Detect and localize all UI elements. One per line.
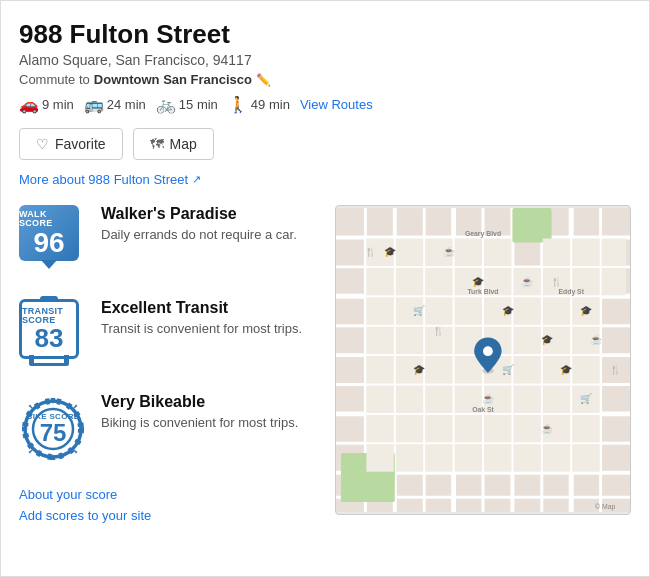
svg-text:🛒: 🛒 xyxy=(580,392,593,405)
favorite-label: Favorite xyxy=(55,136,106,152)
svg-rect-81 xyxy=(572,415,599,442)
transit-score-number: 83 xyxy=(35,325,64,351)
svg-rect-47 xyxy=(513,297,540,324)
svg-rect-72 xyxy=(543,385,570,412)
walk-score-description: Daily errands do not require a car. xyxy=(101,226,297,244)
bike-score-badge: Bike Score 75 xyxy=(19,393,87,465)
svg-rect-68 xyxy=(425,385,452,412)
transit-score-title: Excellent Transit xyxy=(101,299,302,317)
svg-rect-87 xyxy=(513,444,540,471)
car-travel: 🚗 9 min xyxy=(19,95,74,114)
transit-score-row: Transit Score 83 Excellent Transit Trans… xyxy=(19,299,319,371)
svg-rect-29 xyxy=(484,238,511,265)
about-score-link[interactable]: About your score xyxy=(19,487,319,502)
svg-text:🎓: 🎓 xyxy=(384,245,397,258)
svg-rect-71 xyxy=(513,385,540,412)
svg-text:☕: ☕ xyxy=(443,245,456,258)
svg-rect-30 xyxy=(543,238,570,265)
svg-rect-42 xyxy=(366,297,393,324)
commute-destination: Downtown San Francisco xyxy=(94,72,252,87)
svg-rect-63 xyxy=(513,356,540,383)
transit-score-description: Transit is convenient for most trips. xyxy=(101,320,302,338)
favorite-button[interactable]: ♡ Favorite xyxy=(19,128,123,160)
svg-text:Oak St: Oak St xyxy=(472,406,494,413)
bike-score-row: Bike Score 75 Very Bikeable Biking is co… xyxy=(19,393,319,465)
heart-icon: ♡ xyxy=(36,136,49,152)
svg-rect-89 xyxy=(572,444,599,471)
bike-score-inner: Bike Score 75 xyxy=(27,413,80,445)
svg-rect-65 xyxy=(572,356,599,383)
edit-icon[interactable]: ✏️ xyxy=(256,73,271,87)
svg-rect-32 xyxy=(602,238,627,265)
svg-text:☕: ☕ xyxy=(590,333,603,346)
travel-modes: 🚗 9 min 🚌 24 min 🚲 15 min 🚶 49 min View … xyxy=(19,95,631,114)
transit-score-badge: Transit Score 83 xyxy=(19,299,87,371)
car-time: 9 min xyxy=(42,97,74,112)
svg-text:🛒: 🛒 xyxy=(502,363,515,376)
walk-travel: 🚶 49 min xyxy=(228,95,290,114)
svg-rect-85 xyxy=(455,444,482,471)
bike-score-info: Very Bikeable Biking is convenient for m… xyxy=(101,393,298,432)
svg-text:Turk Blvd: Turk Blvd xyxy=(467,288,498,295)
map-label: Map xyxy=(170,136,197,152)
svg-rect-55 xyxy=(513,327,540,354)
svg-rect-88 xyxy=(543,444,570,471)
footer-links: About your score Add scores to your site xyxy=(19,487,319,523)
svg-text:☕: ☕ xyxy=(521,275,534,288)
svg-point-110 xyxy=(483,346,493,356)
svg-rect-76 xyxy=(425,415,452,442)
walk-score-badge: Walk Score 96 xyxy=(19,205,87,277)
walk-score-row: Walk Score 96 Walker's Paradise Daily er… xyxy=(19,205,319,277)
bus-time: 24 min xyxy=(107,97,146,112)
svg-text:🍴: 🍴 xyxy=(551,276,563,288)
more-about-link[interactable]: More about 988 Fulton Street ↗ xyxy=(19,172,631,187)
svg-text:🍴: 🍴 xyxy=(433,325,445,337)
walk-icon: 🚶 xyxy=(228,95,248,114)
svg-text:🎓: 🎓 xyxy=(413,363,426,376)
svg-text:🎓: 🎓 xyxy=(472,275,485,288)
walk-score-title: Walker's Paradise xyxy=(101,205,297,223)
svg-text:🍴: 🍴 xyxy=(365,246,377,258)
external-link-icon: ↗ xyxy=(192,173,201,186)
page-container: 988 Fulton Street Alamo Square, San Fran… xyxy=(19,19,631,523)
svg-text:© Map: © Map xyxy=(595,503,615,511)
map-icon: 🗺 xyxy=(150,136,164,152)
svg-rect-67 xyxy=(396,385,423,412)
bike-time: 15 min xyxy=(179,97,218,112)
address-title: 988 Fulton Street xyxy=(19,19,631,50)
svg-rect-33 xyxy=(366,268,393,295)
svg-rect-44 xyxy=(425,297,452,324)
view-routes-link[interactable]: View Routes xyxy=(300,97,373,112)
svg-rect-60 xyxy=(425,356,452,383)
svg-rect-45 xyxy=(455,297,482,324)
svg-rect-48 xyxy=(543,297,570,324)
main-content: Walk Score 96 Walker's Paradise Daily er… xyxy=(19,205,631,523)
transit-score-info: Excellent Transit Transit is convenient … xyxy=(101,299,302,338)
svg-rect-75 xyxy=(396,415,423,442)
svg-rect-58 xyxy=(366,356,393,383)
bike-travel: 🚲 15 min xyxy=(156,95,218,114)
svg-rect-26 xyxy=(396,238,423,265)
svg-text:🍴: 🍴 xyxy=(610,364,622,376)
svg-rect-50 xyxy=(366,327,393,354)
svg-text:🎓: 🎓 xyxy=(560,363,573,376)
commute-prefix: Commute to xyxy=(19,72,90,87)
svg-text:🎓: 🎓 xyxy=(502,304,515,317)
bus-travel: 🚌 24 min xyxy=(84,95,146,114)
bike-score-description: Biking is convenient for most trips. xyxy=(101,414,298,432)
map-button[interactable]: 🗺 Map xyxy=(133,128,214,160)
svg-rect-51 xyxy=(396,327,423,354)
more-about-text: More about 988 Fulton Street xyxy=(19,172,188,187)
svg-text:🛒: 🛒 xyxy=(413,304,426,317)
add-scores-link[interactable]: Add scores to your site xyxy=(19,508,319,523)
bike-travel-icon: 🚲 xyxy=(156,95,176,114)
svg-text:Geary Blvd: Geary Blvd xyxy=(465,230,501,238)
svg-rect-78 xyxy=(484,415,511,442)
map-svg: 🎓 🎓 🎓 🎓 🎓 🎓 🎓 ☕ ☕ ☕ ☕ ☕ 🛒 🛒 � xyxy=(336,206,630,514)
map-placeholder[interactable]: 🎓 🎓 🎓 🎓 🎓 🎓 🎓 ☕ ☕ ☕ ☕ ☕ 🛒 🛒 � xyxy=(335,205,631,515)
svg-rect-77 xyxy=(455,415,482,442)
svg-text:☕: ☕ xyxy=(541,422,554,435)
svg-rect-74 xyxy=(366,415,393,442)
svg-text:🎓: 🎓 xyxy=(541,333,554,346)
svg-rect-24 xyxy=(512,208,551,242)
